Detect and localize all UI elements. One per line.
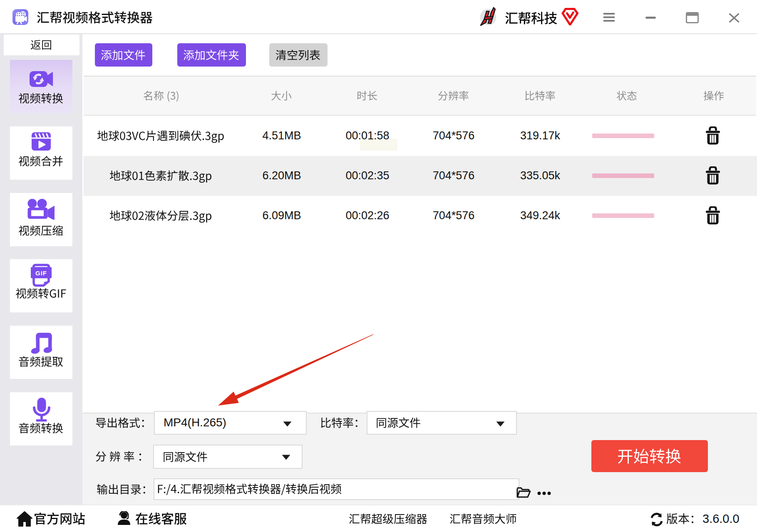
svg-text:GIF: GIF (35, 270, 47, 277)
